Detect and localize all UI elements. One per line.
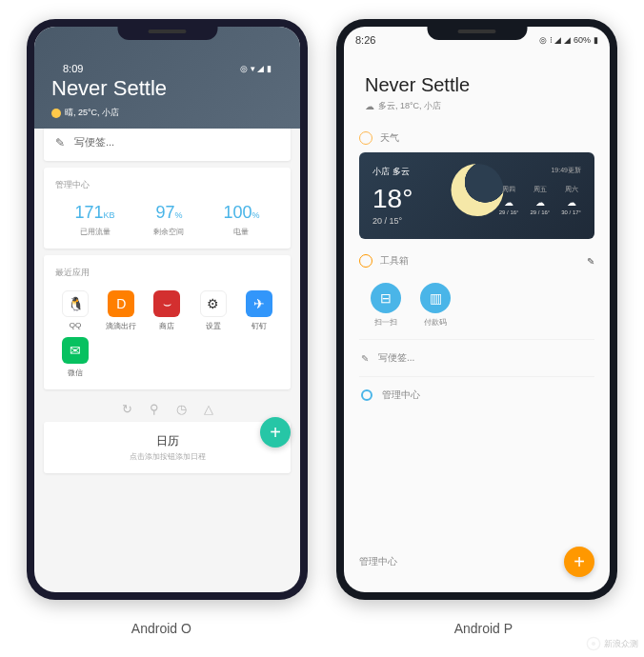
recent-title: 最近应用 [55, 267, 279, 279]
pencil-icon: ✎ [361, 353, 369, 364]
toolbox-label: 工具箱 [380, 254, 409, 268]
sun-icon [51, 109, 61, 118]
weather-summary[interactable]: 晴, 25°C, 小店 [51, 107, 283, 119]
tool-paycode[interactable]: ▥付款码 [420, 283, 451, 328]
notch-icon [427, 19, 527, 40]
phone-android-o: 8:09 ◎ ▾ ◢ ▮ Never Settle 晴, 25°C, 小店 ✎ … [27, 19, 308, 600]
page-title: Never Settle [365, 74, 589, 96]
svg-point-1 [592, 642, 595, 646]
calendar-sub: 点击添加按钮添加日程 [55, 451, 279, 462]
stat-data-usage[interactable]: 171KB 已用流量 [74, 203, 114, 237]
calendar-title: 日历 [55, 433, 279, 449]
memo-card[interactable]: ✎ 写便签... [44, 124, 291, 161]
app-dingding[interactable]: ✈钉钉 [239, 290, 279, 331]
app-didi[interactable]: D滴滴出行 [101, 290, 141, 331]
label-android-o: Android O [131, 621, 191, 636]
add-button[interactable]: + [564, 547, 594, 577]
bottom-label: 管理中心 [359, 555, 397, 568]
status-time: 8:26 [355, 34, 375, 46]
moon-icon [451, 164, 503, 216]
forecast-row: 周四☁29 / 16° 周五☁29 / 16° 周六☁30 / 17° [499, 185, 581, 215]
weather-card[interactable]: 小店 多云 19:49更新 18° 20 / 15° 周四☁29 / 16° 周… [359, 152, 594, 239]
weather-range: 20 / 15° [372, 216, 581, 226]
watermark: 新浪众测 [586, 636, 638, 651]
stat-storage[interactable]: 97% 剩余空间 [153, 203, 184, 237]
app-store[interactable]: ⌣商店 [147, 290, 187, 331]
weather-text: 晴, 25°C, 小店 [65, 107, 119, 119]
forecast-day: 周六☁30 / 17° [561, 185, 581, 215]
memo-placeholder: 写便签... [74, 135, 114, 149]
phone-android-p: 8:26 ◎ ⁝ ◢ ◢ 60% ▮ Never Settle ☁ 多云, 18… [336, 19, 617, 600]
weather-updated: 19:49更新 [551, 166, 581, 178]
weather-section-header: 天气 [359, 131, 594, 145]
pencil-icon: ✎ [55, 136, 65, 149]
bottom-toolbar: ↻ ⚲ ◷ △ [44, 396, 291, 422]
toolbox-header: 工具箱 ✎ [359, 254, 594, 268]
app-wechat[interactable]: ✉微信 [55, 337, 95, 378]
notch-icon [117, 19, 217, 40]
app-settings[interactable]: ⚙设置 [193, 290, 233, 331]
mgmt-label: 管理中心 [382, 388, 420, 402]
forecast-day: 周四☁29 / 16° [499, 185, 519, 215]
sun-outline-icon [359, 131, 372, 145]
location-icon[interactable]: ⚲ [150, 402, 159, 416]
management-card: 管理中心 171KB 已用流量 97% 剩余空间 100% 电量 [44, 168, 291, 249]
mgmt-title: 管理中心 [55, 179, 279, 191]
refresh-icon[interactable]: ↻ [122, 402, 132, 416]
mgmt-icon [361, 389, 372, 401]
recent-apps-card: 最近应用 🐧QQ D滴滴出行 ⌣商店 ⚙设置 ✈钉钉 ✉微信 [44, 255, 291, 389]
forecast-day: 周五☁29 / 16° [531, 185, 551, 215]
mgmt-row[interactable]: 管理中心 [359, 376, 594, 413]
app-qq[interactable]: 🐧QQ [55, 290, 95, 331]
weather-summary[interactable]: ☁ 多云, 18°C, 小店 [365, 100, 589, 112]
bell-icon[interactable]: △ [204, 402, 213, 416]
weather-text: 多云, 18°C, 小店 [378, 100, 441, 112]
status-icons: ◎ ▾ ◢ ▮ [240, 64, 272, 73]
status-icons: ◎ ⁝ ◢ ◢ 60% ▮ [539, 35, 598, 45]
page-title: Never Settle [51, 76, 283, 101]
memo-placeholder: 写便签... [378, 351, 414, 365]
clock-icon[interactable]: ◷ [176, 402, 187, 416]
weather-location: 小店 多云 [372, 166, 410, 178]
stat-battery[interactable]: 100% 电量 [223, 203, 259, 237]
edit-toolbox-icon[interactable]: ✎ [587, 256, 594, 267]
status-time: 8:09 [63, 63, 83, 74]
memo-row[interactable]: ✎ 写便签... [359, 339, 594, 376]
label-android-p: Android P [454, 621, 513, 636]
tool-scan[interactable]: ⊟扫一扫 [371, 283, 401, 328]
cloud-icon: ☁ [365, 101, 374, 111]
toolbox-icon [359, 254, 372, 268]
calendar-card: 日历 点击添加按钮添加日程 + [44, 422, 291, 473]
add-calendar-button[interactable]: + [260, 417, 291, 448]
weather-section-label: 天气 [380, 131, 399, 145]
